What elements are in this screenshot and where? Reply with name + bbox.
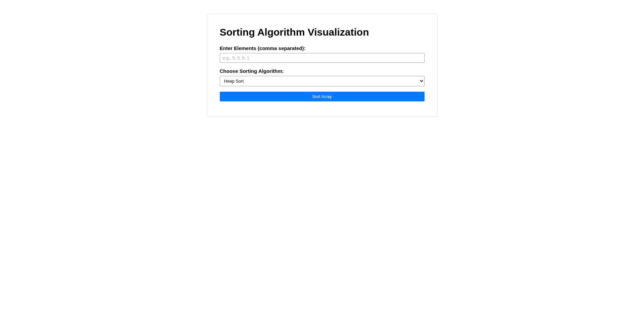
app-container: Sorting Algorithm Visualization Enter El… bbox=[207, 13, 438, 117]
algorithm-select[interactable]: Heap Sort bbox=[220, 76, 425, 86]
algorithm-label: Choose Sorting Algorithm: bbox=[220, 68, 425, 74]
elements-input[interactable] bbox=[220, 53, 425, 63]
elements-group: Enter Elements (comma separated): bbox=[220, 45, 425, 63]
page-title: Sorting Algorithm Visualization bbox=[220, 27, 425, 38]
sort-button[interactable]: Sort Array bbox=[220, 92, 425, 101]
elements-label: Enter Elements (comma separated): bbox=[220, 45, 425, 51]
algorithm-group: Choose Sorting Algorithm: Heap Sort bbox=[220, 68, 425, 86]
